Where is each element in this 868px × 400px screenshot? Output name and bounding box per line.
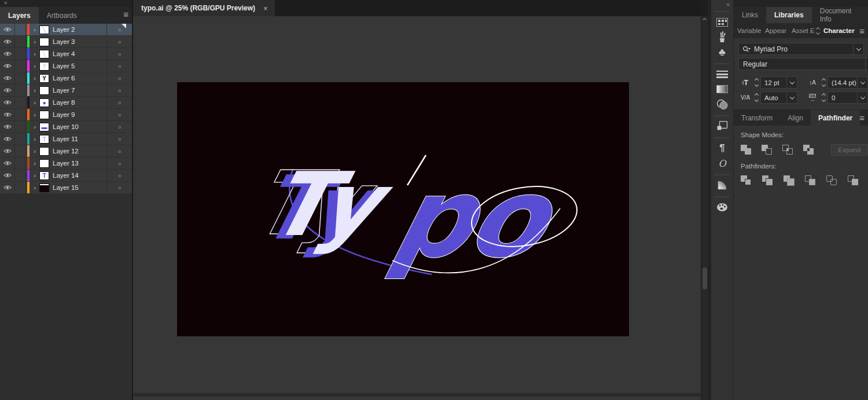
pathfinder-icon[interactable]: [713, 119, 731, 134]
layer-thumbnail[interactable]: T: [39, 135, 49, 144]
right-panel-tab[interactable]: Libraries: [766, 7, 812, 23]
gradient-icon[interactable]: [713, 82, 731, 97]
layer-target-circle[interactable]: ○: [106, 72, 132, 84]
layer-name[interactable]: Layer 9: [53, 111, 106, 118]
layer-target-circle[interactable]: ○: [106, 48, 132, 60]
tab-variables[interactable]: Variable: [734, 27, 762, 34]
layer-target-circle[interactable]: ○: [106, 24, 132, 35]
expand-layer-chevron[interactable]: ›: [30, 75, 39, 82]
visibility-toggle[interactable]: [0, 85, 15, 96]
dock-grip[interactable]: [715, 114, 730, 117]
intersect-icon[interactable]: [782, 145, 793, 155]
expand-layer-chevron[interactable]: ›: [30, 63, 39, 69]
vertical-scrollbar[interactable]: [701, 16, 708, 400]
leading-dropdown[interactable]: [857, 77, 867, 88]
crop-icon[interactable]: [805, 175, 816, 186]
layer-name[interactable]: Layer 3: [53, 38, 106, 45]
exclude-icon[interactable]: [803, 145, 814, 155]
lock-cell[interactable]: [15, 121, 26, 133]
visibility-toggle[interactable]: [0, 109, 15, 120]
pathfinder-panel-menu-icon[interactable]: ≡: [859, 113, 865, 123]
lock-cell[interactable]: [15, 133, 26, 145]
lock-cell[interactable]: [15, 97, 26, 108]
horizontal-scrollbar[interactable]: [133, 393, 701, 397]
lock-cell[interactable]: [15, 170, 26, 181]
layer-target-circle[interactable]: ○: [106, 97, 132, 108]
layer-name[interactable]: Layer 15: [53, 184, 106, 191]
layer-row[interactable]: › Y Layer 5 ○: [0, 60, 132, 72]
layer-thumbnail[interactable]: [39, 147, 49, 156]
layer-name[interactable]: Layer 14: [53, 172, 106, 179]
tracking-stepper[interactable]: [819, 94, 827, 101]
expand-layer-chevron[interactable]: ›: [30, 50, 39, 57]
dock-grip[interactable]: [715, 62, 730, 65]
layer-thumbnail[interactable]: ▬: [39, 123, 49, 131]
visibility-toggle[interactable]: [0, 24, 15, 35]
layer-thumbnail[interactable]: ╲: [39, 50, 49, 58]
layer-target-circle[interactable]: ○: [106, 145, 132, 157]
lock-cell[interactable]: [15, 145, 26, 157]
font-size-field[interactable]: 12 pt: [760, 76, 797, 89]
layer-name[interactable]: Layer 4: [53, 50, 106, 57]
visibility-toggle[interactable]: [0, 48, 15, 60]
layer-target-circle[interactable]: ○: [106, 60, 132, 72]
expand-layer-chevron[interactable]: ›: [30, 160, 39, 167]
collapse-panel-icon[interactable]: «: [4, 0, 8, 6]
layer-row[interactable]: › T Layer 11 ○: [0, 133, 132, 145]
expand-layer-chevron[interactable]: ›: [30, 38, 39, 45]
outline-icon[interactable]: [826, 175, 838, 186]
layer-target-circle[interactable]: ○: [106, 109, 132, 120]
layer-row[interactable]: › T Layer 14 ○: [0, 170, 132, 182]
stroke-icon[interactable]: [713, 67, 731, 82]
font-family-field[interactable]: Myriad Pro: [738, 43, 864, 55]
tab-asset-export[interactable]: Asset E: [788, 27, 816, 34]
visibility-toggle[interactable]: [0, 60, 15, 72]
lock-cell[interactable]: [15, 24, 26, 35]
trim-icon[interactable]: [762, 175, 774, 186]
minus-front-icon[interactable]: [762, 145, 773, 155]
layer-thumbnail[interactable]: [39, 38, 49, 46]
visibility-toggle[interactable]: [0, 170, 15, 181]
layer-name[interactable]: Layer 12: [53, 148, 106, 155]
kerning-stepper[interactable]: [752, 94, 760, 101]
layer-thumbnail[interactable]: ╲: [39, 25, 49, 34]
leading-field[interactable]: (14.4 pt): [827, 76, 868, 89]
layer-name[interactable]: Layer 13: [53, 160, 106, 167]
layer-thumbnail[interactable]: [39, 86, 49, 95]
expand-layer-chevron[interactable]: ›: [30, 111, 39, 118]
layers-panel-tab[interactable]: Layers: [0, 7, 39, 24]
layer-target-circle[interactable]: ○: [106, 182, 132, 193]
minus-back-icon[interactable]: [848, 175, 859, 186]
layer-thumbnail[interactable]: Y: [39, 74, 49, 83]
tab-appearance[interactable]: Appear: [762, 27, 788, 34]
layer-thumbnail[interactable]: [39, 111, 49, 119]
visibility-toggle[interactable]: [0, 133, 15, 145]
expand-layer-chevron[interactable]: ›: [30, 148, 39, 155]
font-size-dropdown[interactable]: [786, 77, 797, 88]
layer-name[interactable]: Layer 7: [53, 87, 106, 94]
layer-row[interactable]: › ▬ Layer 10 ○: [0, 121, 132, 133]
font-style-dropdown[interactable]: [865, 58, 868, 69]
dock-grip[interactable]: [715, 173, 730, 176]
expand-layer-chevron[interactable]: ›: [30, 99, 39, 106]
layer-row[interactable]: › ╲ Layer 4 ○: [0, 48, 132, 60]
divide-icon[interactable]: [741, 175, 752, 186]
layer-row[interactable]: › ╲ Layer 2 ○: [0, 24, 132, 36]
tab-character[interactable]: Character: [820, 27, 858, 34]
transparency-icon[interactable]: [713, 97, 731, 112]
layer-target-circle[interactable]: ○: [106, 133, 132, 145]
brushes-icon[interactable]: [713, 30, 731, 45]
pathfinder-panel-tab[interactable]: Align: [780, 110, 811, 126]
layer-thumbnail[interactable]: ●: [39, 98, 49, 107]
font-size-stepper[interactable]: [752, 79, 760, 86]
scrollbar-thumb[interactable]: [703, 267, 707, 289]
lock-cell[interactable]: [15, 60, 26, 72]
layer-target-circle[interactable]: ○: [106, 121, 132, 133]
visibility-toggle[interactable]: [0, 121, 15, 133]
layer-row[interactable]: › Layer 12 ○: [0, 145, 132, 157]
kerning-field[interactable]: Auto: [760, 91, 797, 104]
lock-cell[interactable]: [15, 109, 26, 120]
lock-cell[interactable]: [15, 182, 26, 193]
document-tab[interactable]: typo.ai @ 25% (RGB/GPU Preview) ×: [133, 0, 275, 16]
layer-target-circle[interactable]: ○: [106, 157, 132, 169]
